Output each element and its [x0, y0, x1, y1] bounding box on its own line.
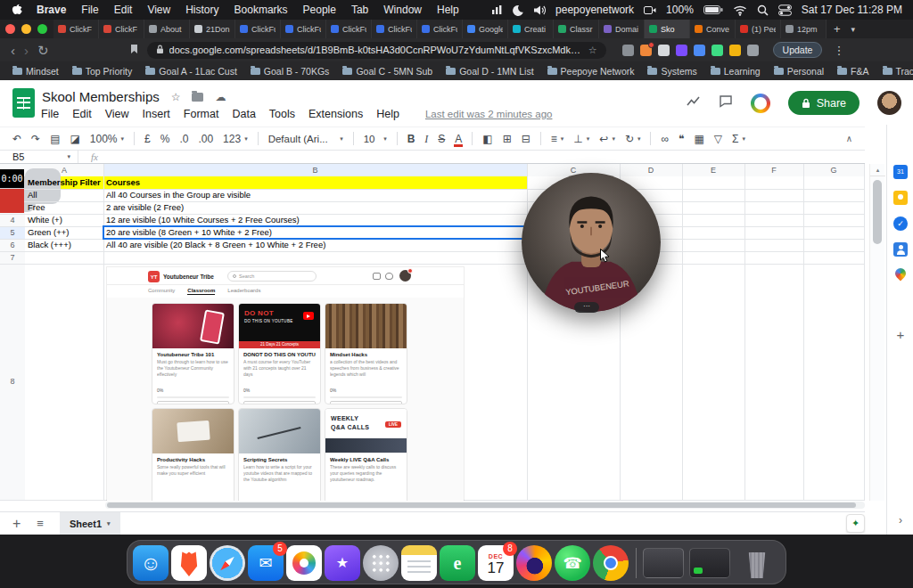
- extension-icon[interactable]: [729, 45, 741, 56]
- document-title[interactable]: Skool Memberships: [42, 89, 160, 104]
- scroll-up-button[interactable]: ▴: [870, 164, 885, 176]
- comments-icon[interactable]: [719, 94, 733, 111]
- window-zoom-button[interactable]: [37, 24, 47, 34]
- print-button[interactable]: ▤: [50, 134, 60, 144]
- url-field[interactable]: docs.google.com/spreadsheets/d/1B9BmB-k0…: [147, 42, 606, 59]
- document-status-cloud-icon[interactable]: ☁: [215, 91, 226, 103]
- dock-safari-icon[interactable]: [210, 545, 245, 581]
- brave-shield-icon[interactable]: [640, 45, 652, 56]
- text-wrap-button[interactable]: ↩▾: [599, 133, 615, 145]
- cell-A3[interactable]: Free: [28, 201, 102, 214]
- undo-button[interactable]: ↶: [12, 134, 21, 144]
- all-sheets-button[interactable]: ≡: [37, 517, 44, 530]
- menu-file[interactable]: File: [81, 4, 98, 16]
- menu-edit[interactable]: Edit: [114, 4, 133, 16]
- activity-icon[interactable]: [687, 94, 701, 111]
- bookmark-star-icon[interactable]: ☆: [588, 45, 597, 56]
- collapse-toolbar-icon[interactable]: ∧: [846, 134, 852, 143]
- dock-minimized-window[interactable]: [689, 548, 730, 578]
- user-avatar[interactable]: [877, 91, 901, 115]
- strikethrough-button[interactable]: S: [438, 134, 445, 144]
- browser-tab[interactable]: Conve: [690, 20, 736, 38]
- horizontal-align-button[interactable]: ≡▾: [551, 133, 564, 145]
- bold-button[interactable]: B: [407, 134, 415, 144]
- vertical-align-button[interactable]: ⊥▾: [573, 133, 589, 145]
- number-format-menu[interactable]: 123▾: [223, 133, 248, 145]
- browser-menu-icon[interactable]: ⋮: [833, 44, 844, 57]
- cell-B2[interactable]: All 40 Courses in the Group are visible: [106, 189, 523, 201]
- bookmark-item[interactable]: Personal: [774, 66, 824, 77]
- sheets-menu-edit[interactable]: Edit: [72, 108, 92, 120]
- browser-tab[interactable]: Google: [463, 20, 508, 38]
- wifi-icon[interactable]: [733, 4, 747, 16]
- webcam-menu-button[interactable]: ···: [574, 302, 599, 313]
- extension-icon[interactable]: [658, 45, 670, 56]
- explore-button[interactable]: ✦: [846, 514, 865, 533]
- dock-trash-icon[interactable]: [739, 545, 775, 581]
- move-to-folder-icon[interactable]: [192, 93, 203, 102]
- browser-tab[interactable]: ClickFu: [417, 20, 463, 38]
- share-button[interactable]: Share: [788, 91, 860, 115]
- reload-button[interactable]: ↻: [37, 44, 49, 57]
- increase-decimals-button[interactable]: .00: [198, 134, 213, 144]
- row-header-5[interactable]: 5: [0, 226, 25, 239]
- column-header-D[interactable]: D: [620, 164, 682, 176]
- scrollbar-thumb[interactable]: [107, 502, 856, 508]
- name-box[interactable]: B5▾: [0, 151, 78, 162]
- browser-tab[interactable]: ClickFu: [281, 20, 326, 38]
- dock-brave-icon[interactable]: [171, 545, 207, 581]
- browser-tab[interactable]: ClickFu: [326, 20, 372, 38]
- percent-format-button[interactable]: %: [160, 134, 170, 144]
- browser-tab[interactable]: (1) Pee: [736, 20, 781, 38]
- row-header-4[interactable]: 4: [0, 214, 25, 226]
- extension-icon[interactable]: [747, 45, 759, 56]
- insert-chart-button[interactable]: ▦: [695, 134, 704, 144]
- dock-evernote-icon[interactable]: e: [440, 545, 475, 581]
- sheets-menu-insert[interactable]: Insert: [143, 108, 170, 120]
- browser-tab[interactable]: 21Don: [190, 20, 235, 38]
- dock-notes-icon[interactable]: [401, 545, 437, 581]
- cell-A4[interactable]: White (+): [28, 214, 102, 226]
- functions-button[interactable]: Σ▾: [732, 133, 745, 145]
- text-rotate-button[interactable]: ↻▾: [625, 133, 641, 145]
- webcam-overlay[interactable]: YOUTUBENEUR: [522, 173, 661, 312]
- control-center-icon[interactable]: [778, 4, 792, 16]
- new-tab-button[interactable]: +: [834, 22, 841, 36]
- bookmark-item[interactable]: Goal B - 70KGs: [251, 66, 330, 77]
- menu-history[interactable]: History: [185, 4, 218, 16]
- tab-search-chevron-icon[interactable]: ▾: [851, 25, 856, 34]
- text-color-button[interactable]: A: [455, 134, 462, 144]
- bookmark-item[interactable]: F&A: [837, 66, 868, 77]
- video-call-icon[interactable]: [751, 94, 770, 113]
- sheets-menu-file[interactable]: File: [41, 108, 59, 120]
- scrollbar-thumb[interactable]: [873, 180, 882, 244]
- extension-icon[interactable]: [711, 45, 723, 56]
- browser-tab[interactable]: ClickF: [53, 20, 99, 38]
- dock-mail-icon[interactable]: ✉5: [248, 545, 284, 581]
- browser-tab-active[interactable]: Sko: [645, 20, 690, 38]
- browser-tab[interactable]: 12pm: [781, 20, 827, 38]
- italic-button[interactable]: I: [424, 134, 428, 144]
- spotlight-search-icon[interactable]: [757, 4, 769, 16]
- create-filter-button[interactable]: ▽: [714, 134, 722, 144]
- dock-launchpad-icon[interactable]: [363, 545, 399, 581]
- cell-A2[interactable]: All: [28, 189, 102, 201]
- menu-window[interactable]: Window: [383, 4, 422, 16]
- browser-tab[interactable]: ClickFu: [372, 20, 417, 38]
- horizontal-scrollbar[interactable]: [105, 502, 865, 509]
- paint-format-button[interactable]: ◪: [70, 134, 79, 144]
- window-minimize-button[interactable]: [21, 24, 31, 34]
- zoom-select[interactable]: 100%▾: [90, 133, 124, 145]
- extension-icon[interactable]: [676, 45, 687, 56]
- column-header-E[interactable]: E: [682, 164, 744, 176]
- menu-view[interactable]: View: [147, 4, 170, 16]
- sheets-logo-icon[interactable]: [12, 88, 35, 118]
- forward-button[interactable]: ›: [24, 44, 29, 57]
- menu-people[interactable]: People: [303, 4, 336, 16]
- cell-B4[interactable]: 12 are visible (10 White Courses + 2 Fre…: [106, 214, 523, 226]
- sheets-menu-extensions[interactable]: Extensions: [308, 108, 363, 120]
- back-button[interactable]: ‹: [11, 44, 15, 57]
- column-header-B[interactable]: B: [103, 164, 527, 176]
- sheets-menu-format[interactable]: Format: [184, 108, 219, 120]
- embedded-image-skool-classroom[interactable]: YT Youtubeneur Tribe Search Community Cl…: [107, 267, 464, 501]
